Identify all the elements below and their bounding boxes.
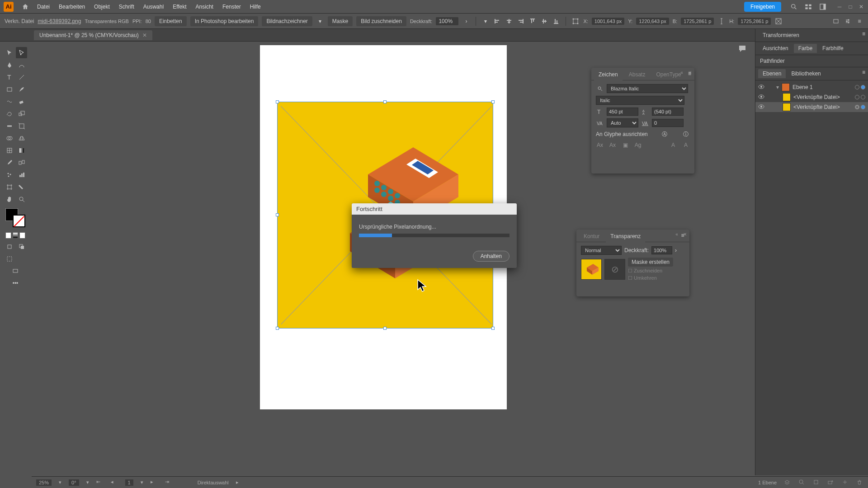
panel-close-icon[interactable]: ✕ [682, 231, 688, 237]
y-field[interactable]: 1220,643 px [636, 18, 669, 25]
shaper-tool-icon[interactable] [4, 96, 15, 107]
tab-libraries[interactable]: Bibliotheken [787, 69, 825, 78]
width-tool-icon[interactable] [4, 120, 15, 131]
zoom-tool-icon[interactable] [16, 193, 27, 205]
rotate-tool-icon[interactable] [4, 108, 15, 119]
align-vcenter-icon[interactable] [540, 17, 548, 25]
delete-layer-icon[interactable] [856, 479, 863, 486]
glyph-info-icon[interactable]: ⓘ [682, 130, 690, 138]
layer-name[interactable]: <Verknüpfte Datei> [793, 104, 840, 110]
snap-xheight-icon[interactable]: Ax [609, 141, 617, 149]
panel-menu-icon[interactable]: ≡ [862, 69, 865, 78]
menu-edit[interactable]: Bearbeiten [54, 2, 90, 12]
slice-tool-icon[interactable] [16, 181, 27, 192]
snap-glyph-icon[interactable]: ▣ [621, 141, 629, 149]
eraser-tool-icon[interactable] [16, 96, 27, 107]
menu-object[interactable]: Objekt [90, 2, 114, 12]
workspace-icon[interactable] [817, 1, 828, 12]
opacity-arrow-icon[interactable]: › [462, 17, 470, 25]
leading-field[interactable] [652, 108, 684, 116]
new-layer-icon[interactable] [842, 479, 849, 486]
glyph-snap-toggle-icon[interactable]: Ⓐ [660, 130, 669, 138]
link-wh-icon[interactable] [717, 17, 726, 25]
target-icon[interactable] [855, 85, 859, 89]
layer-name[interactable]: Ebene 1 [793, 84, 813, 90]
rectangle-tool-icon[interactable] [4, 84, 15, 95]
new-sublayer-icon[interactable] [827, 479, 835, 486]
align-right-icon[interactable] [517, 17, 525, 25]
edit-toolbar-icon[interactable]: ••• [4, 277, 27, 289]
snap-angular-icon[interactable]: A [669, 141, 677, 149]
snap-baseline-icon[interactable]: Ax [596, 141, 604, 149]
layers-menu1-icon[interactable] [784, 479, 791, 486]
tab-close-icon[interactable]: ✕ [142, 32, 147, 38]
search-icon[interactable] [788, 1, 799, 12]
tab-colorguide[interactable]: Farbhilfe [818, 44, 848, 53]
font-style-select[interactable]: Italic [596, 96, 684, 105]
selection-tool-icon[interactable] [4, 47, 15, 58]
menu-window[interactable]: Fenster [218, 2, 245, 12]
symbol-sprayer-icon[interactable] [4, 169, 15, 180]
select-indicator-icon[interactable] [861, 105, 865, 109]
trace-button[interactable]: Bildnachzeichner [262, 16, 312, 26]
fill-stroke-swatch[interactable] [5, 208, 25, 227]
tab-layers[interactable]: Ebenen [758, 69, 786, 78]
align-hcenter-icon[interactable] [505, 17, 513, 25]
menu-help[interactable]: Hilfe [245, 2, 265, 12]
artboard-field[interactable]: 1 [125, 479, 133, 486]
layer-name[interactable]: <Verknüpfte Datei> [793, 94, 840, 100]
blend-tool-icon[interactable] [16, 157, 27, 168]
target-icon[interactable] [855, 105, 859, 109]
stroke-color-icon[interactable] [13, 215, 25, 227]
panel-collapse-icon[interactable]: « [674, 231, 679, 237]
color-solid-icon[interactable] [5, 232, 11, 239]
snap-proximity-icon[interactable]: A [682, 141, 690, 149]
tab-transform[interactable]: Transformieren [758, 31, 804, 40]
curvature-tool-icon[interactable] [16, 59, 27, 70]
artboard-tool-icon[interactable] [4, 181, 15, 192]
pen-tool-icon[interactable] [4, 59, 15, 70]
drawmode-behind-icon[interactable] [16, 241, 27, 252]
direct-selection-tool-icon[interactable] [16, 47, 27, 58]
color-gradient-icon[interactable] [13, 232, 19, 239]
rotate-field[interactable]: 0° [69, 479, 79, 486]
artboard-next-icon[interactable]: ▸ [151, 479, 158, 486]
layer-row[interactable]: ▾ Ebene 1 [755, 82, 868, 92]
tab-transparency[interactable]: Transparenz [606, 231, 645, 242]
menu-select[interactable]: Auswahl [139, 2, 168, 12]
dialog-titlebar[interactable]: Fortschritt [352, 203, 517, 215]
tab-align[interactable]: Ausrichten [758, 44, 793, 53]
transform-icon[interactable] [571, 17, 580, 25]
shape-builder-icon[interactable] [4, 132, 15, 144]
eyedropper-tool-icon[interactable] [4, 157, 15, 168]
panel-menu-icon[interactable]: ≡ [862, 31, 865, 40]
close-icon[interactable]: ✕ [858, 4, 864, 10]
color-none-icon[interactable] [19, 232, 25, 239]
menu-effect[interactable]: Effekt [168, 2, 191, 12]
expand-icon[interactable]: ▾ [776, 84, 779, 90]
ps-edit-button[interactable]: In Photoshop bearbeiten [190, 16, 259, 26]
screenmode-icon[interactable] [4, 265, 27, 277]
embed-button[interactable]: Einbetten [155, 16, 187, 26]
hand-tool-icon[interactable] [4, 193, 15, 205]
artboard-prev-icon[interactable]: ◂ [111, 479, 118, 486]
x-field[interactable]: 1001,643 px [592, 18, 625, 25]
blend-mode-select[interactable]: Normal [581, 246, 622, 255]
tab-character[interactable]: Zeichen [594, 70, 623, 80]
graph-tool-icon[interactable] [16, 169, 27, 180]
visibility-icon[interactable] [758, 103, 765, 111]
crop-button[interactable]: Bild zuschneiden [356, 16, 406, 26]
tracking-field[interactable] [652, 119, 684, 127]
tool-arrow-icon[interactable]: ▸ [236, 479, 239, 485]
pathfinder-header[interactable]: Pathfinder [755, 55, 868, 67]
mask-thumb[interactable]: ⊘ [604, 259, 625, 280]
visibility-icon[interactable] [758, 84, 765, 91]
panel-collapse-icon[interactable]: « [679, 70, 684, 75]
home-icon[interactable] [20, 1, 31, 12]
perspective-grid-icon[interactable] [16, 132, 27, 144]
mesh-tool-icon[interactable] [4, 145, 15, 156]
h-field[interactable]: 1725,2861 p [738, 18, 771, 25]
filename-link[interactable]: midi-6389392.png [38, 18, 81, 24]
preferences-icon[interactable] [844, 17, 852, 25]
scale-tool-icon[interactable] [16, 108, 27, 119]
